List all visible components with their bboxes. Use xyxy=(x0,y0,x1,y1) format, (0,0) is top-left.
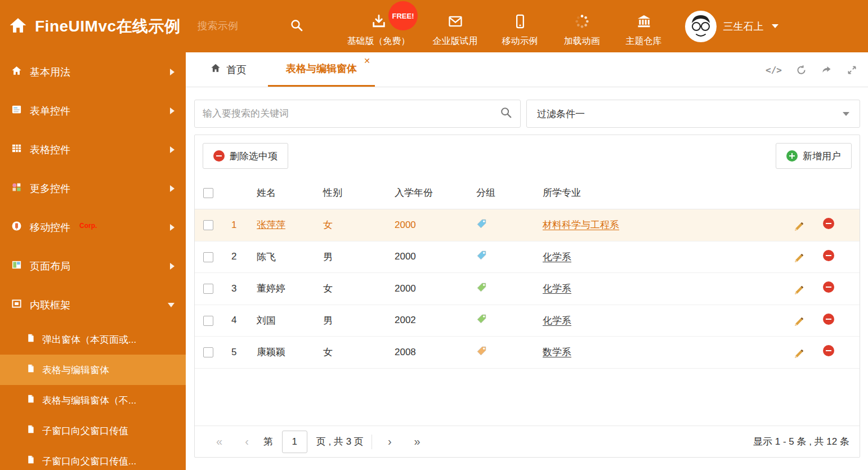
keyword-search-input[interactable] xyxy=(203,108,500,119)
tab-label: 首页 xyxy=(226,63,247,77)
chevron-right-icon xyxy=(170,69,175,75)
sidebar-subitem-grid-edit-window[interactable]: 表格与编辑窗体 xyxy=(0,355,186,385)
sidebar-subitem-label: 表格与编辑窗体 xyxy=(42,364,109,377)
row-checkbox[interactable] xyxy=(203,220,213,230)
tab-home[interactable]: 首页 xyxy=(196,52,261,87)
sidebar: 基本用法 表单控件 表格控件 更多控件 移动控件 Corp. 页面布局 内联框架… xyxy=(0,52,186,470)
delete-row-icon[interactable] xyxy=(823,281,834,293)
column-header[interactable]: 姓名 xyxy=(257,177,323,209)
sidebar-item-page-layout[interactable]: 页面布局 xyxy=(0,247,186,285)
students-table: 姓名 性别 入学年份 分组 所学专业 1 张萍萍 女 2000 xyxy=(195,177,860,369)
header-search-input[interactable] xyxy=(198,20,282,32)
home-logo-icon xyxy=(9,16,27,37)
table-row[interactable]: 3 董婷婷 女 2000 化学系 xyxy=(195,273,860,305)
last-page-icon[interactable]: » xyxy=(403,435,432,448)
row-checkbox[interactable] xyxy=(203,316,213,326)
row-checkbox[interactable] xyxy=(203,252,213,262)
sidebar-subitem-label: 表格与编辑窗体（不... xyxy=(42,394,136,407)
table-row[interactable]: 2 陈飞 男 2000 化学系 xyxy=(195,241,860,273)
view-source-icon[interactable]: </> xyxy=(766,65,782,75)
sidebar-subitem-child-to-parent[interactable]: 子窗口向父窗口传值 xyxy=(0,415,186,446)
button-label: 删除选中项 xyxy=(230,150,278,163)
fullscreen-icon[interactable] xyxy=(846,64,858,76)
major-link[interactable]: 化学系 xyxy=(543,252,571,262)
page-icon xyxy=(26,394,35,406)
delete-row-icon[interactable] xyxy=(823,218,834,229)
logo[interactable]: FineUIMvc在线示例 xyxy=(0,16,181,37)
sidebar-item-mobile-controls[interactable]: 移动控件 Corp. xyxy=(0,208,186,247)
top-header: FineUIMvc在线示例 FREE! 基础版（免费） 企业版试用 移动示例 xyxy=(0,0,868,52)
delete-selected-button[interactable]: 删除选中项 xyxy=(203,143,288,169)
edit-icon[interactable] xyxy=(793,253,804,264)
refresh-icon[interactable] xyxy=(795,64,807,76)
first-page-icon[interactable]: « xyxy=(205,435,234,448)
add-user-button[interactable]: 新增用户 xyxy=(776,143,852,169)
nav-enterprise-trial[interactable]: 企业版试用 xyxy=(433,14,478,47)
sidebar-item-label: 内联框架 xyxy=(30,298,70,312)
column-header[interactable]: 入学年份 xyxy=(395,177,476,209)
page-number-input[interactable] xyxy=(282,431,307,453)
nav-loading-animation[interactable]: 加载动画 xyxy=(562,14,602,47)
edit-icon[interactable] xyxy=(793,285,804,296)
sidebar-subitem-label: 弹出窗体（本页面或... xyxy=(42,333,136,346)
open-new-window-icon[interactable] xyxy=(821,64,833,76)
sidebar-item-grid-controls[interactable]: 表格控件 xyxy=(0,130,186,169)
student-gender: 男 xyxy=(323,305,395,337)
sidebar-item-more-controls[interactable]: 更多控件 xyxy=(0,169,186,208)
column-header[interactable]: 分组 xyxy=(476,177,543,209)
delete-row-icon[interactable] xyxy=(823,314,834,325)
user-menu[interactable]: 三生石上 xyxy=(685,11,778,42)
prev-page-icon[interactable]: ‹ xyxy=(234,435,260,448)
select-all-checkbox[interactable] xyxy=(203,188,213,198)
delete-row-icon[interactable] xyxy=(823,345,834,356)
sidebar-subitem-child-to-parent-2[interactable]: 子窗口向父窗口传值... xyxy=(0,446,186,470)
sidebar-subitem-popup-window[interactable]: 弹出窗体（本页面或... xyxy=(0,324,186,355)
edit-icon[interactable] xyxy=(793,348,804,360)
major-link[interactable]: 数学系 xyxy=(543,347,571,357)
row-number: 3 xyxy=(231,273,257,305)
column-header[interactable]: 性别 xyxy=(323,177,395,209)
column-header[interactable]: 所学专业 xyxy=(543,177,793,209)
chevron-right-icon xyxy=(170,146,175,153)
major-link[interactable]: 化学系 xyxy=(543,283,571,294)
row-number: 5 xyxy=(231,337,257,369)
pagination-bar: « ‹ 第 页 , 共 3 页 › » 显示 1 - 5 条 , 共 12 条 xyxy=(195,426,860,457)
sidebar-item-inline-frame[interactable]: 内联框架 xyxy=(0,285,186,324)
close-tab-icon[interactable]: ✕ xyxy=(364,57,370,65)
group-tag-icon xyxy=(476,218,487,229)
page-icon xyxy=(26,455,35,467)
table-row[interactable]: 1 张萍萍 女 2000 材料科学与工程系 xyxy=(195,209,860,241)
main-area: 首页 表格与编辑窗体 ✕ </> xyxy=(186,52,868,470)
frame-icon xyxy=(11,298,22,312)
header-search xyxy=(198,19,303,34)
filter-dropdown[interactable]: 过滤条件一 xyxy=(526,100,860,128)
sidebar-item-form-controls[interactable]: 表单控件 xyxy=(0,91,186,130)
row-checkbox[interactable] xyxy=(203,284,213,294)
search-icon[interactable] xyxy=(290,19,303,34)
entry-year: 2000 xyxy=(395,209,476,241)
major-link[interactable]: 材料科学与工程系 xyxy=(543,220,619,230)
chevron-right-icon xyxy=(170,224,175,231)
search-icon[interactable] xyxy=(500,106,512,121)
nav-theme-repo[interactable]: 主题仓库 xyxy=(624,14,664,47)
sidebar-item-basic-usage[interactable]: 基本用法 xyxy=(0,52,186,91)
delete-row-icon[interactable] xyxy=(823,250,834,261)
major-link[interactable]: 化学系 xyxy=(543,315,571,326)
edit-icon[interactable] xyxy=(793,316,804,328)
sidebar-item-label: 移动控件 xyxy=(30,221,70,234)
table-row[interactable]: 5 康颖颖 女 2008 数学系 xyxy=(195,337,860,369)
nav-mobile-demo[interactable]: 移动示例 xyxy=(500,14,540,47)
home-icon xyxy=(11,65,22,79)
app-title: FineUIMvc在线示例 xyxy=(35,16,181,37)
student-gender: 女 xyxy=(323,209,395,241)
corp-badge: Corp. xyxy=(79,222,97,230)
tab-grid-edit-window[interactable]: 表格与编辑窗体 ✕ xyxy=(268,52,375,87)
mobile-icon xyxy=(512,14,528,32)
table-row[interactable]: 4 刘国 男 2002 化学系 xyxy=(195,305,860,337)
download-icon xyxy=(371,14,387,32)
row-checkbox[interactable] xyxy=(203,347,213,357)
edit-icon[interactable] xyxy=(793,221,804,232)
next-page-icon[interactable]: › xyxy=(377,435,403,448)
sidebar-subitem-grid-edit-window-2[interactable]: 表格与编辑窗体（不... xyxy=(0,385,186,415)
student-name: 刘国 xyxy=(257,315,276,326)
